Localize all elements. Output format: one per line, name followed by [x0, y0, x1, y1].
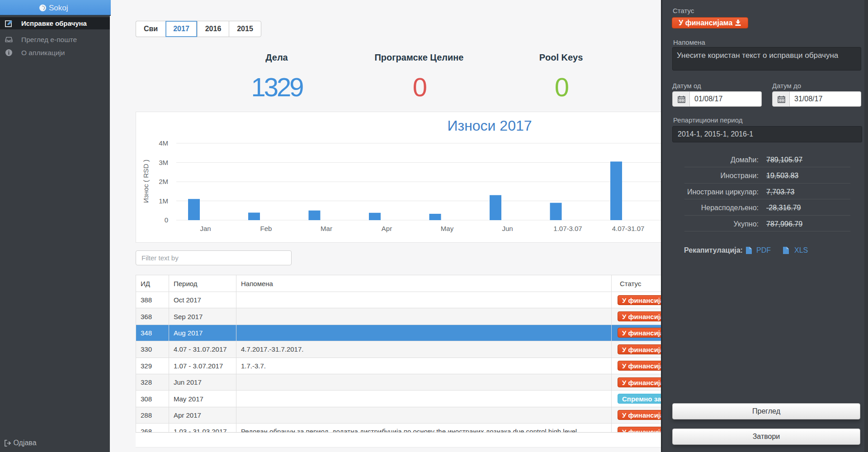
svg-text:Износ ( RSD ): Износ ( RSD )	[142, 160, 150, 203]
svg-text:1.07-3.07: 1.07-3.07	[553, 225, 582, 232]
svg-text:Mar: Mar	[321, 225, 332, 232]
svg-text:May: May	[441, 225, 454, 232]
svg-text:Износи 2017: Износи 2017	[447, 118, 532, 134]
svg-text:Jun: Jun	[502, 225, 513, 232]
svg-text:0: 0	[165, 216, 168, 224]
svg-text:4M: 4M	[159, 139, 168, 147]
svg-text:4.07-31.07: 4.07-31.07	[612, 225, 645, 232]
svg-text:Jan: Jan	[200, 225, 211, 232]
svg-text:2M: 2M	[159, 178, 168, 185]
svg-text:3M: 3M	[159, 159, 168, 166]
svg-text:1M: 1M	[159, 197, 168, 205]
svg-text:Feb: Feb	[260, 225, 272, 232]
svg-text:Apr: Apr	[382, 225, 392, 232]
